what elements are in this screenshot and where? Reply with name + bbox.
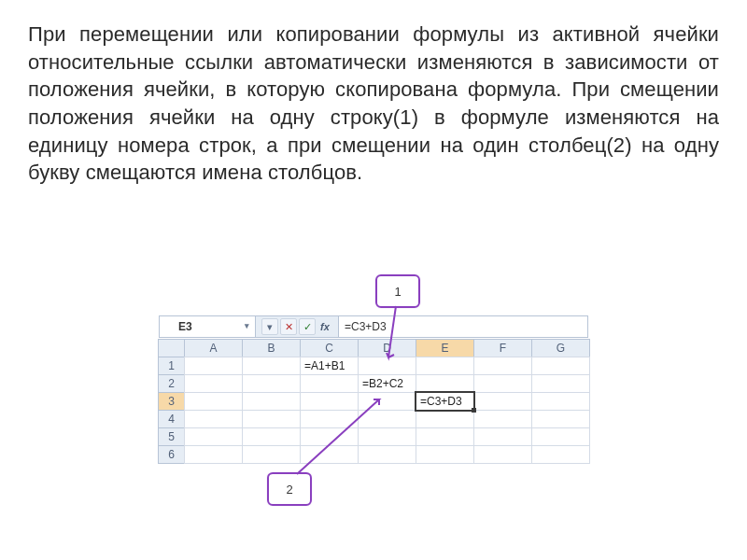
col-header-B[interactable]: B bbox=[242, 339, 301, 357]
row-header-4[interactable]: 4 bbox=[158, 410, 185, 428]
callout-2: 2 bbox=[267, 472, 312, 506]
cell-B6[interactable] bbox=[242, 445, 301, 464]
fx-icon[interactable]: fx bbox=[317, 319, 332, 334]
cell-E1[interactable] bbox=[416, 357, 474, 375]
cell-C1[interactable]: =A1+B1 bbox=[300, 357, 359, 375]
callout-2-label: 2 bbox=[286, 483, 292, 497]
cell-G3[interactable] bbox=[531, 392, 590, 411]
formula-bar-input[interactable]: =C3+D3 bbox=[339, 316, 587, 337]
cell-A6[interactable] bbox=[184, 445, 243, 464]
cell-F2[interactable] bbox=[473, 374, 532, 393]
cell-E3[interactable]: =C3+D3 bbox=[416, 392, 474, 411]
cell-B5[interactable] bbox=[242, 427, 301, 446]
cell-D2[interactable]: =B2+C2 bbox=[358, 374, 416, 393]
cell-B2[interactable] bbox=[242, 374, 301, 393]
name-box-value: E3 bbox=[178, 320, 192, 333]
excel-mock: E3 ▾ ▾ ✕ ✓ fx =C3+D3 ABCDEFG1=A1+B12=B2+… bbox=[159, 315, 588, 539]
cell-F5[interactable] bbox=[473, 427, 532, 446]
cell-A1[interactable] bbox=[184, 357, 243, 375]
name-box[interactable]: E3 ▾ bbox=[160, 316, 256, 337]
cell-E5[interactable] bbox=[416, 427, 474, 446]
col-header-C[interactable]: C bbox=[300, 339, 359, 357]
cell-A3[interactable] bbox=[184, 392, 243, 411]
cell-B1[interactable] bbox=[242, 357, 301, 375]
col-header-F[interactable]: F bbox=[473, 339, 532, 357]
cell-G6[interactable] bbox=[531, 445, 590, 464]
col-header-E[interactable]: E bbox=[416, 339, 474, 357]
row-header-5[interactable]: 5 bbox=[158, 427, 185, 446]
cell-F4[interactable] bbox=[473, 410, 532, 428]
expand-formula-icon[interactable]: ▾ bbox=[261, 318, 278, 335]
cell-G2[interactable] bbox=[531, 374, 590, 393]
cell-E6[interactable] bbox=[416, 445, 474, 464]
cell-G4[interactable] bbox=[531, 410, 590, 428]
cell-F1[interactable] bbox=[473, 357, 532, 375]
callout-1-label: 1 bbox=[394, 285, 401, 299]
paragraph: При перемещении или копировании формулы … bbox=[28, 21, 719, 187]
cell-C2[interactable] bbox=[300, 374, 359, 393]
formula-bar-row: E3 ▾ ▾ ✕ ✓ fx =C3+D3 bbox=[159, 315, 588, 338]
cell-A2[interactable] bbox=[184, 374, 243, 393]
row-header-3[interactable]: 3 bbox=[158, 392, 185, 411]
callout-1: 1 bbox=[375, 274, 420, 308]
row-header-6[interactable]: 6 bbox=[158, 445, 185, 464]
cancel-icon[interactable]: ✕ bbox=[280, 318, 297, 335]
select-all-corner[interactable] bbox=[158, 339, 185, 357]
cell-E4[interactable] bbox=[416, 410, 474, 428]
col-header-A[interactable]: A bbox=[184, 339, 243, 357]
row-header-2[interactable]: 2 bbox=[158, 374, 185, 393]
cell-E2[interactable] bbox=[416, 374, 474, 393]
col-header-G[interactable]: G bbox=[531, 339, 590, 357]
cell-G5[interactable] bbox=[531, 427, 590, 446]
cell-G1[interactable] bbox=[531, 357, 590, 375]
cell-F3[interactable] bbox=[473, 392, 532, 411]
name-box-dropdown-icon[interactable]: ▾ bbox=[241, 320, 252, 331]
formula-bar-buttons: ▾ ✕ ✓ fx bbox=[256, 316, 339, 337]
row-header-1[interactable]: 1 bbox=[158, 357, 185, 375]
cell-B4[interactable] bbox=[242, 410, 301, 428]
cell-A5[interactable] bbox=[184, 427, 243, 446]
enter-icon[interactable]: ✓ bbox=[299, 318, 316, 335]
cell-B3[interactable] bbox=[242, 392, 301, 411]
cell-A4[interactable] bbox=[184, 410, 243, 428]
cell-F6[interactable] bbox=[473, 445, 532, 464]
